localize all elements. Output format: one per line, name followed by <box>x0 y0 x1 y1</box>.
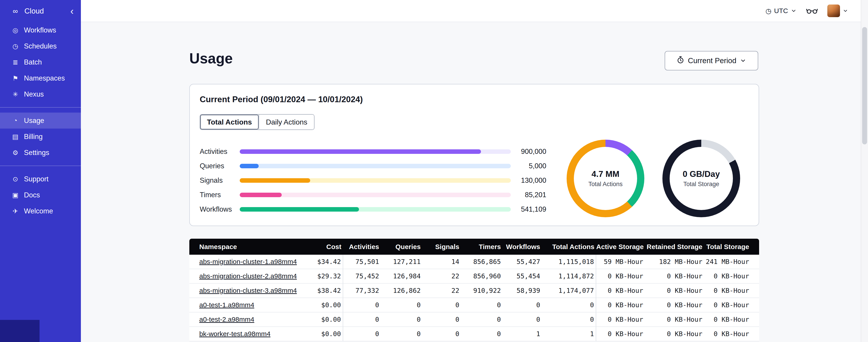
cell-retained-storage: 182 MB-Hour <box>645 255 704 269</box>
sidebar-brand[interactable]: ∞ Cloud ‹ <box>0 0 81 22</box>
sidebar-item-batch[interactable]: ≣Batch <box>0 54 81 70</box>
sidebar-item-welcome[interactable]: ✈Welcome <box>0 203 81 219</box>
cell-signals: 22 <box>423 269 461 283</box>
table-row: a0-test-2.a98mm4$0.000000000 KB-Hour0 KB… <box>189 312 759 327</box>
cell-total-storage: 0 KB-Hour <box>704 312 759 327</box>
cell-namespace: abs-migration-cluster-3.a98mm4 <box>189 283 298 298</box>
clock-icon: ◷ <box>766 7 771 15</box>
total-storage-donut: 0 GB/Day Total Storage <box>662 140 740 217</box>
sidebar-item-billing[interactable]: ▤Billing <box>0 129 81 145</box>
cell-activities: 75,452 <box>343 269 381 283</box>
header-timers: Timers <box>461 239 503 255</box>
period-selector-label: Current Period <box>688 57 737 65</box>
sidebar-item-usage[interactable]: ◔Usage <box>0 112 81 129</box>
bar-fill <box>240 149 481 154</box>
workflows-icon: ◎ <box>11 26 20 34</box>
tab-daily-actions[interactable]: Daily Actions <box>259 114 314 130</box>
sidebar-item-label: Namespaces <box>24 74 65 82</box>
namespace-link[interactable]: abs-migration-cluster-1.a98mm4 <box>199 258 297 265</box>
account-menu[interactable] <box>827 4 848 17</box>
sidebar: ∞ Cloud ‹ ◎Workflows◷Schedules≣Batch⚑Nam… <box>0 0 81 342</box>
sidebar-divider <box>0 166 81 166</box>
sidebar-item-label: Welcome <box>24 207 53 215</box>
sidebar-item-namespaces[interactable]: ⚑Namespaces <box>0 70 81 86</box>
bar-track <box>240 164 511 168</box>
cell-workflows: 58,939 <box>503 283 542 298</box>
table-row: a0-test-1.a98mm4$0.000000000 KB-Hour0 KB… <box>189 298 759 312</box>
header-signals: Signals <box>423 239 461 255</box>
sidebar-item-docs[interactable]: ▣Docs <box>0 187 81 203</box>
cell-activities: 0 <box>343 327 381 341</box>
namespace-link[interactable]: abs-migration-cluster-2.a98mm4 <box>199 272 297 280</box>
cell-workflows: 0 <box>503 312 542 327</box>
tab-total-actions[interactable]: Total Actions <box>200 114 259 130</box>
cell-retained-storage: 0 KB-Hour <box>645 312 704 327</box>
bar-value: 900,000 <box>511 147 546 156</box>
cell-queries: 127,211 <box>381 255 423 269</box>
bar-row: Activities900,000 <box>200 144 546 159</box>
sidebar-item-settings[interactable]: ⚙Settings <box>0 145 81 161</box>
cell-timers: 910,922 <box>461 283 503 298</box>
sidebar-item-support[interactable]: ⊙Support <box>0 171 81 187</box>
namespace-usage-table: NamespaceCostActivitiesQueriesSignalsTim… <box>189 239 759 341</box>
namespace-link[interactable]: bk-worker-test.a98mm4 <box>199 330 271 338</box>
cell-namespace: abs-migration-cluster-1.a98mm4 <box>189 255 298 269</box>
sidebar-item-schedules[interactable]: ◷Schedules <box>0 38 81 54</box>
usage-table-body: abs-migration-cluster-1.a98mm4$34.4275,5… <box>189 255 759 341</box>
namespace-link[interactable]: a0-test-2.a98mm4 <box>199 316 254 323</box>
page-title: Usage <box>189 50 233 67</box>
timezone-selector[interactable]: ◷ UTC <box>766 7 797 15</box>
cell-total-actions: 1,174,077 <box>542 283 596 298</box>
cell-cost: $34.42 <box>298 255 343 269</box>
cell-active-storage: 0 KB-Hour <box>596 298 645 312</box>
bar-row: Signals130,000 <box>200 173 546 188</box>
total-storage-value: 0 GB/Day <box>683 169 720 179</box>
cell-namespace: a0-test-2.a98mm4 <box>189 312 298 327</box>
bar-fill <box>240 193 282 197</box>
cell-workflows: 0 <box>503 298 542 312</box>
header-workflows: Workflows <box>503 239 542 255</box>
cell-activities: 0 <box>343 298 381 312</box>
nexus-icon: ✳ <box>11 91 20 98</box>
scrollbar-thumb[interactable] <box>862 27 867 144</box>
bar-value: 85,201 <box>511 191 546 199</box>
cell-total-actions: 1 <box>542 327 596 341</box>
sidebar-item-label: Docs <box>24 191 40 199</box>
cell-total-storage: 0 KB-Hour <box>704 298 759 312</box>
cell-timers: 0 <box>461 298 503 312</box>
sidebar-item-label: Batch <box>24 58 42 66</box>
bar-value: 5,000 <box>511 162 546 170</box>
usage-icon: ◔ <box>11 117 20 124</box>
sidebar-footer <box>0 320 39 342</box>
header-active-storage: Active Storage <box>596 239 645 255</box>
page-scrollbar[interactable] <box>861 0 868 342</box>
period-selector-button[interactable]: Current Period <box>665 51 758 70</box>
cell-cost: $38.42 <box>298 283 343 298</box>
cell-total-actions: 1,115,018 <box>542 255 596 269</box>
billing-icon: ▤ <box>11 133 20 141</box>
sidebar-item-nexus[interactable]: ✳Nexus <box>0 86 81 102</box>
sidebar-item-workflows[interactable]: ◎Workflows <box>0 22 81 38</box>
bar-track <box>240 207 511 212</box>
cell-active-storage: 0 KB-Hour <box>596 312 645 327</box>
sidebar-item-label: Schedules <box>24 42 57 50</box>
header-namespace: Namespace <box>189 239 298 255</box>
bar-track <box>240 149 511 154</box>
cell-signals: 22 <box>423 283 461 298</box>
cell-cost: $29.32 <box>298 269 343 283</box>
header-retained-storage: Retained Storage <box>645 239 704 255</box>
bar-fill <box>240 164 259 168</box>
cell-signals: 0 <box>423 312 461 327</box>
support-icon: ⊙ <box>11 175 20 183</box>
cell-cost: $0.00 <box>298 298 343 312</box>
topbar: ◷ UTC <box>81 0 861 22</box>
bar-label: Timers <box>200 191 240 199</box>
bar-fill <box>240 207 359 212</box>
namespace-link[interactable]: a0-test-1.a98mm4 <box>199 301 254 309</box>
namespace-link[interactable]: abs-migration-cluster-3.a98mm4 <box>199 287 297 294</box>
sidebar-item-label: Nexus <box>24 90 44 98</box>
sidebar-collapse-button[interactable]: ‹ <box>69 6 75 16</box>
incognito-glasses-icon[interactable] <box>806 7 818 14</box>
sidebar-item-label: Settings <box>24 149 49 157</box>
bar-track <box>240 178 511 183</box>
